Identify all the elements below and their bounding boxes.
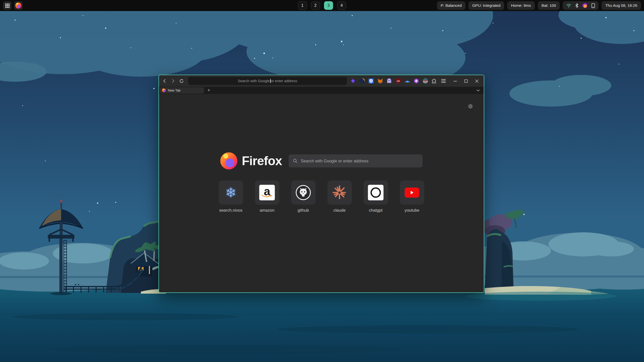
minimize-button[interactable]	[452, 78, 459, 84]
system-tray	[563, 1, 598, 10]
amazon-icon: a	[259, 185, 275, 200]
shortcut-label: amazon	[260, 208, 274, 213]
shortcut-label: claude	[333, 208, 346, 213]
shortcut-github[interactable]: github	[291, 180, 315, 213]
gpu-pill: GPU: Integrated	[468, 1, 504, 10]
battery-label: Bat: 100	[542, 3, 556, 8]
plus-icon: +	[208, 88, 210, 93]
back-button[interactable]	[161, 77, 168, 85]
extensions-row: UO	[350, 78, 447, 84]
shortcut-chatgpt[interactable]: chatgpt	[364, 180, 388, 213]
close-icon	[475, 80, 478, 82]
firefox-launcher-button[interactable]	[14, 1, 23, 10]
bluetooth-icon[interactable]	[575, 3, 578, 8]
app-launcher-button[interactable]	[3, 1, 12, 10]
power-profile-pill: P: Balanced	[437, 1, 466, 10]
firefox-window: Search with Google or enter address UO	[158, 75, 484, 293]
ext-ublock-origin-icon[interactable]: UO	[395, 78, 401, 84]
gpu-label: GPU: Integrated	[472, 3, 500, 8]
workspace-2-label: 2	[314, 3, 317, 8]
tab-favicon-firefox-icon	[162, 88, 166, 92]
ext-orange-moon-icon[interactable]	[359, 78, 365, 84]
nixos-snowflake-icon: ❄	[225, 185, 236, 201]
power-profile-label: P: Balanced	[441, 3, 462, 8]
workspace-2[interactable]: 2	[311, 1, 320, 10]
chevron-down-icon	[477, 90, 479, 91]
urlbar-placeholder: Search with Google or enter address	[238, 79, 297, 83]
gear-icon	[468, 104, 473, 109]
shortcut-label: search.nixos	[219, 208, 243, 213]
firefox-logo-icon	[220, 152, 237, 169]
personalize-gear-button[interactable]	[468, 104, 473, 110]
shortcut-claude[interactable]: claude	[327, 180, 352, 213]
back-chevron-icon	[164, 79, 165, 82]
shortcut-label: github	[298, 208, 309, 213]
latency-pill: Home: 9ms	[507, 1, 535, 10]
claude-starburst-icon	[332, 185, 347, 200]
new-tab-page: Firefox Search with Google or enter addr…	[159, 94, 484, 292]
workspace-4[interactable]: 4	[337, 1, 346, 10]
tab-bar: New Tab +	[159, 87, 484, 94]
minimize-icon	[454, 81, 457, 81]
ext-bitwarden-icon[interactable]	[368, 78, 374, 84]
close-button[interactable]	[474, 78, 480, 84]
browser-toolbar: Search with Google or enter address UO	[159, 75, 484, 87]
wifi-icon[interactable]	[566, 4, 571, 8]
newtab-search-input[interactable]: Search with Google or enter address	[289, 154, 423, 167]
ublock-badge-text: UO	[397, 80, 400, 82]
shortcut-tiles: ❄ search.nixos a amazon	[219, 180, 424, 213]
ext-purple-hex-icon[interactable]	[414, 78, 419, 84]
workspace-3-label: 3	[328, 3, 330, 8]
shortcut-label: youtube	[405, 208, 419, 213]
workspace-1[interactable]: 1	[298, 1, 307, 10]
forward-button[interactable]	[170, 77, 177, 85]
clock-pill[interactable]: Thu Aug 08, 18:26	[601, 1, 641, 10]
extensions-puzzle-icon[interactable]	[432, 78, 437, 84]
ext-purple-gem-icon[interactable]	[350, 78, 356, 84]
github-icon	[295, 185, 311, 201]
shortcut-amazon[interactable]: a amazon	[255, 180, 279, 213]
phone-icon[interactable]	[591, 3, 595, 8]
workspace-switcher: 1 2 3 4	[298, 1, 346, 10]
chatgpt-icon	[368, 185, 384, 200]
app-grid-icon	[5, 3, 10, 8]
new-tab-button[interactable]: +	[206, 87, 212, 94]
firefox-tray-icon[interactable]	[582, 3, 587, 8]
newtab-hero: Firefox Search with Google or enter addr…	[220, 152, 423, 169]
maximize-button[interactable]	[463, 78, 469, 84]
shortcut-youtube[interactable]: youtube	[400, 180, 424, 213]
ext-metamask-icon[interactable]	[377, 78, 383, 84]
firefox-wordmark: Firefox	[242, 154, 282, 168]
text-caret	[270, 79, 271, 83]
ext-avatar-goggles-icon[interactable]	[423, 78, 428, 84]
reload-icon	[179, 79, 184, 83]
clock-label: Thu Aug 08, 18:26	[605, 3, 637, 8]
ext-ghostery-icon[interactable]	[386, 78, 392, 84]
tab-title: New Tab	[168, 88, 180, 92]
youtube-icon	[405, 188, 419, 198]
maximize-icon	[465, 80, 467, 82]
ext-vpn-arc-icon[interactable]	[405, 78, 410, 84]
workspace-1-label: 1	[301, 3, 304, 8]
urlbar[interactable]: Search with Google or enter address	[188, 77, 347, 85]
battery-pill: Bat: 100	[538, 1, 560, 10]
reload-button[interactable]	[178, 77, 185, 85]
list-all-tabs-button[interactable]	[475, 88, 481, 93]
taskbar: 1 2 3 4 P: Balanced GPU: Integrated Home…	[0, 0, 644, 11]
tab-new-tab[interactable]: New Tab	[160, 87, 204, 94]
workspace-4-label: 4	[341, 3, 343, 8]
menu-hamburger-icon[interactable]	[441, 78, 447, 84]
newtab-search-placeholder: Search with Google or enter address	[301, 159, 369, 163]
window-controls	[452, 78, 480, 84]
workspace-3-active[interactable]: 3	[324, 1, 333, 10]
search-icon	[293, 159, 298, 163]
firefox-icon	[15, 3, 21, 9]
forward-chevron-icon	[172, 79, 174, 82]
shortcut-label: chatgpt	[369, 208, 382, 213]
latency-label: Home: 9ms	[511, 3, 531, 8]
shortcut-search-nixos[interactable]: ❄ search.nixos	[219, 180, 243, 213]
